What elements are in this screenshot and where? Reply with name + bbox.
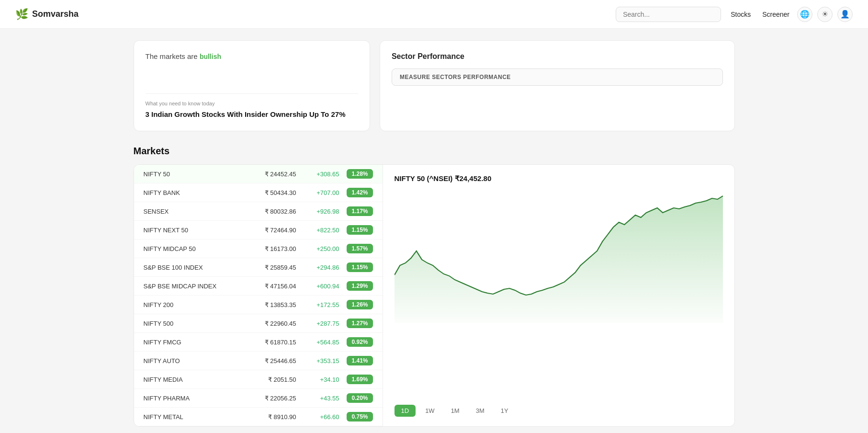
market-row[interactable]: S&P BSE MIDCAP INDEX ₹ 47156.04 +600.94 …	[134, 277, 383, 296]
top-row: The markets are bullish What you need to…	[134, 40, 735, 131]
news-title[interactable]: 3 Indian Growth Stocks With Insider Owne…	[146, 109, 358, 119]
market-change: +308.65	[296, 171, 339, 178]
market-row[interactable]: S&P BSE 100 INDEX ₹ 25859.45 +294.86 1.1…	[134, 258, 383, 277]
market-change: +172.55	[296, 301, 339, 308]
market-row[interactable]: NIFTY METAL ₹ 8910.90 +66.60 0.75%	[134, 408, 383, 426]
market-pct: 1.15%	[339, 262, 373, 272]
market-change: +600.94	[296, 283, 339, 290]
market-change: +66.60	[296, 413, 339, 421]
market-change: +353.15	[296, 357, 339, 365]
pct-badge: 1.15%	[347, 262, 372, 272]
market-row[interactable]: NIFTY MEDIA ₹ 2051.50 +34.10 1.69%	[134, 370, 383, 389]
market-price: ₹ 2051.50	[244, 376, 296, 383]
market-pct: 1.28%	[339, 169, 373, 179]
market-price: ₹ 22960.45	[244, 320, 296, 327]
market-row[interactable]: NIFTY AUTO ₹ 25446.65 +353.15 1.41%	[134, 352, 383, 370]
timeframe-1w-button[interactable]: 1W	[418, 405, 441, 417]
market-row[interactable]: NIFTY FMCG ₹ 61870.15 +564.85 0.92%	[134, 333, 383, 352]
market-pct: 1.69%	[339, 375, 373, 384]
market-name: NIFTY MEDIA	[144, 376, 244, 383]
globe-icon[interactable]: 🌐	[797, 7, 812, 22]
pct-badge: 1.26%	[347, 300, 372, 309]
market-name: NIFTY 500	[144, 320, 244, 327]
market-pct: 0.20%	[339, 393, 373, 403]
market-row[interactable]: NIFTY 500 ₹ 22960.45 +287.75 1.27%	[134, 314, 383, 333]
pct-badge: 0.75%	[347, 412, 372, 422]
sector-card: Sector Performance MEASURE SECTORS PERFO…	[380, 40, 735, 131]
market-price: ₹ 25859.45	[244, 264, 296, 271]
logo-text: Somvarsha	[32, 9, 79, 19]
search-input[interactable]	[616, 7, 721, 22]
market-name: NIFTY METAL	[144, 413, 244, 421]
market-row[interactable]: NIFTY 50 ₹ 24452.45 +308.65 1.28%	[134, 165, 383, 183]
market-price: ₹ 25446.65	[244, 357, 296, 365]
market-change: +294.86	[296, 264, 339, 271]
market-name: NIFTY FMCG	[144, 339, 244, 346]
news-section: What you need to know today 3 Indian Gro…	[146, 93, 358, 119]
user-icon[interactable]: 👤	[837, 7, 853, 22]
market-price: ₹ 72464.90	[244, 227, 296, 234]
sentiment-prefix: The markets are	[146, 52, 200, 60]
sector-title: Sector Performance	[392, 52, 723, 61]
market-price: ₹ 50434.30	[244, 189, 296, 196]
pct-badge: 1.41%	[347, 356, 372, 365]
pct-badge: 1.17%	[347, 206, 372, 216]
market-name: NIFTY PHARMA	[144, 395, 244, 402]
chart-title: NIFTY 50 (^NSEI) ₹24,452.80	[395, 174, 723, 183]
market-pct: 1.17%	[339, 206, 373, 216]
market-price: ₹ 80032.86	[244, 208, 296, 215]
pct-badge: 1.27%	[347, 319, 372, 328]
chart-area: NIFTY 50 (^NSEI) ₹24,452.80 1D1W1	[383, 165, 734, 426]
logo-icon: 🌿	[15, 8, 28, 21]
market-row[interactable]: NIFTY BANK ₹ 50434.30 +707.00 1.42%	[134, 183, 383, 202]
market-name: SENSEX	[144, 208, 244, 215]
market-change: +287.75	[296, 320, 339, 327]
market-change: +250.00	[296, 245, 339, 252]
nav-screener[interactable]: Screener	[762, 11, 789, 18]
market-pct: 0.92%	[339, 337, 373, 347]
chart-container	[395, 189, 723, 397]
timeframe-1d-button[interactable]: 1D	[395, 405, 416, 417]
market-name: NIFTY BANK	[144, 189, 244, 196]
market-row[interactable]: NIFTY NEXT 50 ₹ 72464.90 +822.50 1.15%	[134, 221, 383, 239]
market-row[interactable]: NIFTY PHARMA ₹ 22056.25 +43.55 0.20%	[134, 389, 383, 408]
timeframe-1m-button[interactable]: 1M	[444, 405, 466, 417]
pct-badge: 1.28%	[347, 169, 372, 179]
market-name: NIFTY NEXT 50	[144, 227, 244, 234]
sentiment-word: bullish	[200, 53, 221, 60]
market-name: NIFTY 50	[144, 171, 244, 178]
market-name: S&P BSE 100 INDEX	[144, 264, 244, 271]
market-change: +707.00	[296, 189, 339, 196]
main-nav: Stocks Screener	[731, 11, 789, 18]
pct-badge: 1.69%	[347, 375, 372, 384]
sentiment-text: The markets are bullish	[146, 52, 358, 60]
pct-badge: 1.57%	[347, 244, 372, 253]
market-row[interactable]: NIFTY MIDCAP 50 ₹ 16173.00 +250.00 1.57%	[134, 239, 383, 258]
theme-icon[interactable]: ☀	[817, 7, 833, 22]
market-price: ₹ 24452.45	[244, 171, 296, 178]
nav-stocks[interactable]: Stocks	[731, 11, 751, 18]
measure-sectors-button[interactable]: MEASURE SECTORS PERFORMANCE	[392, 68, 723, 86]
header: 🌿 Somvarsha Stocks Screener 🌐 ☀ 👤	[0, 0, 868, 29]
market-change: +34.10	[296, 376, 339, 383]
market-name: NIFTY 200	[144, 301, 244, 308]
market-pct: 1.57%	[339, 244, 373, 253]
pct-badge: 1.29%	[347, 281, 372, 291]
pct-badge: 1.42%	[347, 188, 372, 197]
market-price: ₹ 47156.04	[244, 283, 296, 290]
main-content: The markets are bullish What you need to…	[118, 29, 750, 433]
market-row[interactable]: NIFTY 200 ₹ 13853.35 +172.55 1.26%	[134, 296, 383, 314]
market-row[interactable]: SENSEX ₹ 80032.86 +926.98 1.17%	[134, 202, 383, 221]
market-name: NIFTY MIDCAP 50	[144, 245, 244, 252]
market-price: ₹ 8910.90	[244, 413, 296, 421]
market-change: +43.55	[296, 395, 339, 402]
market-pct: 1.42%	[339, 188, 373, 197]
market-pct: 1.29%	[339, 281, 373, 291]
timeframe-1y-button[interactable]: 1Y	[494, 405, 515, 417]
timeframe-3m-button[interactable]: 3M	[469, 405, 491, 417]
market-pct: 1.27%	[339, 319, 373, 328]
news-label: What you need to know today	[146, 101, 358, 106]
market-change: +564.85	[296, 339, 339, 346]
pct-badge: 1.15%	[347, 225, 372, 235]
markets-title: Markets	[134, 146, 735, 157]
